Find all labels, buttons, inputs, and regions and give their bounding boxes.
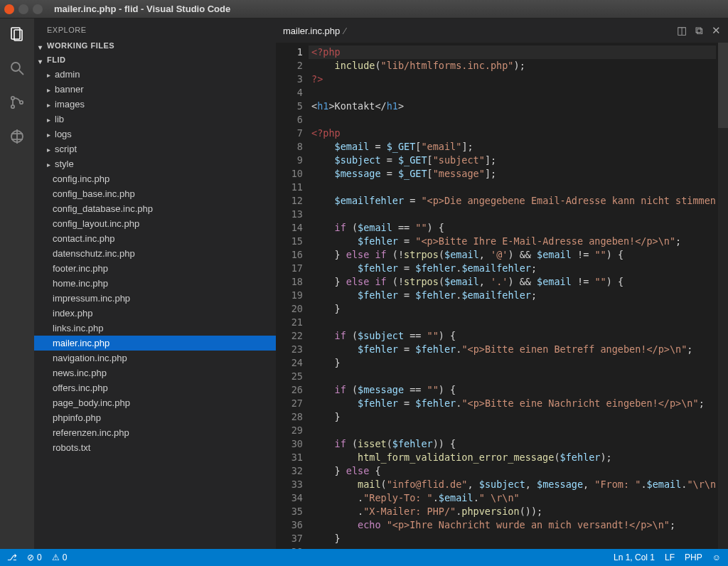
chevron-right-icon	[47, 129, 50, 139]
file-item[interactable]: navigation.inc.php	[34, 351, 276, 365]
sidebar: EXPLORE WORKING FILES FLID adminbannerim…	[34, 18, 276, 549]
window-title: mailer.inc.php - flid - Visual Studio Co…	[54, 4, 230, 14]
file-item[interactable]: index.php	[34, 306, 276, 321]
file-item[interactable]: config_layout.inc.php	[34, 216, 276, 231]
minimap-thumb[interactable]	[718, 43, 728, 128]
folder-item[interactable]: lib	[34, 112, 276, 127]
chevron-down-icon	[38, 43, 44, 48]
file-item[interactable]: referenzen.inc.php	[34, 425, 276, 440]
file-item[interactable]: mailer.inc.php	[34, 336, 276, 351]
minimap[interactable]	[718, 43, 728, 549]
file-tree: adminbannerimagesliblogsscriptstyleconfi…	[34, 67, 276, 549]
file-item[interactable]: news.inc.php	[34, 365, 276, 380]
working-files-section[interactable]: WORKING FILES	[34, 38, 276, 53]
chevron-right-icon	[47, 69, 50, 80]
folder-item[interactable]: style	[34, 156, 276, 171]
editor-actions: ◫ ⧉ ✕	[677, 24, 721, 37]
warning-icon: ⚠	[52, 552, 60, 562]
svg-point-5	[11, 105, 14, 108]
file-item[interactable]: contact.inc.php	[34, 231, 276, 246]
tab-dirty-icon: ⁄	[344, 26, 346, 36]
chevron-right-icon	[47, 159, 50, 169]
tab-bar: mailer.inc.php ⁄ ◫ ⧉ ✕	[276, 18, 728, 43]
file-item[interactable]: datenschutz.inc.php	[34, 246, 276, 261]
editor: mailer.inc.php ⁄ ◫ ⧉ ✕ 12345678910111213…	[276, 18, 728, 549]
file-item[interactable]: config.inc.php	[34, 171, 276, 186]
chevron-right-icon	[47, 99, 50, 110]
activity-bar	[0, 18, 34, 549]
status-errors[interactable]: ⊘0	[27, 552, 42, 562]
file-item[interactable]: phpinfo.php	[34, 410, 276, 425]
tab-label: mailer.inc.php	[283, 26, 340, 36]
folder-item[interactable]: script	[34, 142, 276, 156]
tab-active[interactable]: mailer.inc.php ⁄	[283, 26, 346, 36]
split-editor-icon[interactable]: ◫	[677, 24, 687, 37]
feedback-icon[interactable]: ☺	[712, 552, 721, 562]
status-git-icon[interactable]: ⎇	[7, 552, 17, 562]
line-gutter: 1234567891011121314151617181920212223242…	[276, 43, 311, 549]
svg-point-4	[11, 97, 14, 100]
svg-line-3	[19, 70, 23, 75]
file-item[interactable]: config_database.inc.php	[34, 201, 276, 216]
chevron-right-icon	[47, 84, 50, 95]
file-item[interactable]: impressum.inc.php	[34, 291, 276, 306]
titlebar: mailer.inc.php - flid - Visual Studio Co…	[0, 0, 728, 18]
git-icon[interactable]	[7, 92, 27, 112]
window-minimize-icon[interactable]	[18, 4, 28, 14]
root-folder-section[interactable]: FLID	[34, 53, 276, 67]
chevron-down-icon	[38, 57, 44, 63]
folder-item[interactable]: images	[34, 97, 276, 112]
status-bar: ⎇ ⊘0 ⚠0 Ln 1, Col 1 LF PHP ☺	[0, 549, 728, 566]
file-item[interactable]: robots.txt	[34, 440, 276, 455]
error-icon: ⊘	[27, 552, 34, 562]
sidebar-title: EXPLORE	[34, 18, 276, 38]
explorer-icon[interactable]	[7, 24, 27, 44]
window-maximize-icon[interactable]	[33, 4, 43, 14]
file-item[interactable]: footer.inc.php	[34, 261, 276, 276]
source-text[interactable]: <?php include("lib/htmlforms.inc.php");?…	[311, 43, 716, 549]
file-item[interactable]: page_body.inc.php	[34, 395, 276, 410]
code-area[interactable]: 1234567891011121314151617181920212223242…	[276, 43, 728, 549]
window-close-icon[interactable]	[4, 4, 14, 14]
chevron-right-icon	[47, 114, 50, 124]
chevron-right-icon	[47, 144, 50, 154]
status-cursor[interactable]: Ln 1, Col 1	[614, 552, 655, 562]
folder-item[interactable]: admin	[34, 67, 276, 82]
file-item[interactable]: offers.inc.php	[34, 380, 276, 395]
folder-item[interactable]: logs	[34, 127, 276, 142]
debug-icon[interactable]	[7, 127, 27, 146]
file-item[interactable]: links.inc.php	[34, 321, 276, 336]
close-editor-icon[interactable]: ✕	[712, 24, 721, 37]
folder-item[interactable]: banner	[34, 82, 276, 97]
status-eol[interactable]: LF	[665, 552, 675, 562]
status-lang[interactable]: PHP	[685, 552, 702, 562]
more-icon[interactable]: ⧉	[695, 24, 703, 37]
status-warnings[interactable]: ⚠0	[52, 552, 68, 562]
file-item[interactable]: home.inc.php	[34, 276, 276, 291]
file-item[interactable]: config_base.inc.php	[34, 186, 276, 201]
svg-point-2	[11, 63, 20, 71]
search-icon[interactable]	[7, 58, 27, 78]
